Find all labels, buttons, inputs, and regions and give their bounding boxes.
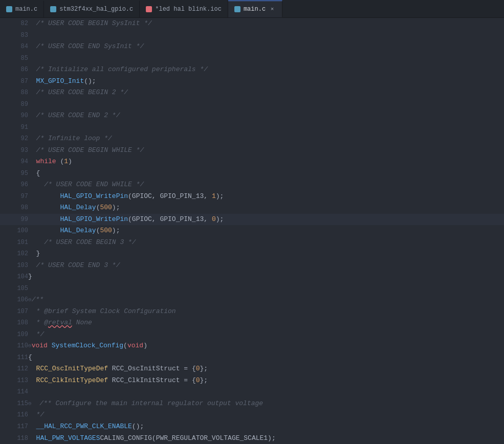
table-row: 111 { — [0, 352, 504, 364]
table-row: 95 { — [0, 168, 504, 180]
code-line: RCC_ClkInitTypeDef RCC_ClkInitStruct = {… — [28, 375, 504, 387]
tab-ioc[interactable]: *led hal blink.ioc — [140, 1, 228, 17]
editor-body: 82 /* USER CODE BEGIN SysInit */ 83 84 /… — [0, 18, 504, 444]
table-row: 106 ⊖/** — [0, 294, 504, 306]
code-line: HAL_GPIO_WritePin(GPIOC, GPIO_PIN_13, 0)… — [28, 214, 504, 226]
table-row: 85 — [0, 53, 504, 64]
code-line: /* Infinite loop */ — [28, 133, 504, 145]
code-line: * @brief System Clock Configuration — [28, 306, 504, 318]
line-number: 86 — [0, 64, 28, 76]
table-row: 90 /* USER CODE END 2 */ — [0, 110, 504, 122]
line-number: 101 — [0, 237, 28, 249]
line-number: 82 — [0, 18, 28, 30]
code-line: } — [28, 271, 504, 283]
tab-icon-c-2 — [234, 6, 240, 12]
code-line: */ — [28, 329, 504, 341]
table-row: 109 */ — [0, 329, 504, 341]
tab-icon-ioc — [146, 6, 152, 12]
line-number: 98 — [0, 202, 28, 214]
table-row: 97 HAL_GPIO_WritePin(GPIOC, GPIO_PIN_13,… — [0, 191, 504, 203]
line-number: 91 — [0, 122, 28, 134]
table-row: 107 * @brief System Clock Configuration — [0, 306, 504, 318]
table-row: 86 /* Initialize all configured peripher… — [0, 64, 504, 76]
line-number: 104 — [0, 271, 28, 283]
table-row: 91 — [0, 122, 504, 134]
code-line — [28, 122, 504, 134]
code-line: { — [28, 352, 504, 364]
line-number: 112 — [0, 363, 28, 375]
line-number: 83 — [0, 30, 28, 41]
line-number: 84 — [0, 41, 28, 53]
line-number: 96 — [0, 179, 28, 191]
code-line: /* USER CODE END WHILE */ — [28, 179, 504, 191]
line-number: 88 — [0, 87, 28, 99]
code-line: { — [28, 168, 504, 180]
table-row: 93 /* USER CODE BEGIN WHILE */ — [0, 145, 504, 157]
code-line: /* USER CODE BEGIN SysInit */ — [28, 18, 504, 30]
line-number: 99 — [0, 214, 28, 226]
tab-bar: main.c stm32f4xx_hal_gpio.c *led hal bli… — [0, 0, 504, 18]
code-line: ⊖ /** Configure the main internal regula… — [28, 398, 504, 410]
code-line: HAL_Delay(500); — [28, 202, 504, 214]
table-row: 83 — [0, 30, 504, 41]
line-number: 94 — [0, 156, 28, 168]
tab-stm32[interactable]: stm32f4xx_hal_gpio.c — [44, 1, 140, 17]
line-number: 105 — [0, 283, 28, 295]
table-row: 84 /* USER CODE END SysInit */ — [0, 41, 504, 53]
code-table: 82 /* USER CODE BEGIN SysInit */ 83 84 /… — [0, 18, 504, 444]
tab-icon-stm — [50, 6, 56, 12]
table-row: 92 /* Infinite loop */ — [0, 133, 504, 145]
code-line — [28, 386, 504, 398]
line-number: 90 — [0, 110, 28, 122]
code-line: /* USER CODE END 2 */ — [28, 110, 504, 122]
code-line: /* USER CODE END 3 */ — [28, 260, 504, 272]
table-row: 96 /* USER CODE END WHILE */ — [0, 179, 504, 191]
table-row: 116 */ — [0, 409, 504, 421]
code-line: /* USER CODE END SysInit */ — [28, 41, 504, 53]
line-number: 89 — [0, 99, 28, 110]
code-line: HAL_Delay(500); — [28, 225, 504, 237]
code-line: */ — [28, 409, 504, 421]
table-row: 118 HAL_PWR_VOLTAGESCALING_CONFIG(PWR_RE… — [0, 432, 504, 444]
code-line: /* USER CODE BEGIN 2 */ — [28, 87, 504, 99]
table-row: 89 — [0, 99, 504, 110]
code-line — [28, 99, 504, 110]
code-line: ⊖/** — [28, 294, 504, 306]
code-line: __HAL_RCC_PWR_CLK_ENABLE(); — [28, 421, 504, 433]
code-line: } — [28, 248, 504, 260]
table-row: 100 HAL_Delay(500); — [0, 225, 504, 237]
code-line: MX_GPIO_Init(); — [28, 76, 504, 87]
table-row: 82 /* USER CODE BEGIN SysInit */ — [0, 18, 504, 30]
code-line — [28, 283, 504, 295]
line-number: 106 — [0, 294, 28, 306]
line-number: 113 — [0, 375, 28, 387]
code-line: RCC_OscInitTypeDef RCC_OscInitStruct = {… — [28, 363, 504, 375]
tab-main-c-1[interactable]: main.c — [0, 1, 44, 17]
line-number: 93 — [0, 145, 28, 157]
tab-main-c-2[interactable]: main.c × — [228, 1, 282, 17]
tab-label-2: stm32f4xx_hal_gpio.c — [59, 6, 133, 13]
code-line — [28, 53, 504, 64]
code-line: ⊖void SystemClock_Config(void) — [28, 340, 504, 352]
line-number: 111 — [0, 352, 28, 364]
line-number: 108 — [0, 317, 28, 329]
table-row: 99 HAL_GPIO_WritePin(GPIOC, GPIO_PIN_13,… — [0, 214, 504, 226]
line-number: 97 — [0, 191, 28, 203]
table-row: 101 /* USER CODE BEGIN 3 */ — [0, 237, 504, 249]
table-row: 88 /* USER CODE BEGIN 2 */ — [0, 87, 504, 99]
table-row: 113 RCC_ClkInitTypeDef RCC_ClkInitStruct… — [0, 375, 504, 387]
line-number: 102 — [0, 248, 28, 260]
line-number: 117 — [0, 421, 28, 433]
tab-icon-c — [6, 6, 12, 12]
code-line: HAL_GPIO_WritePin(GPIOC, GPIO_PIN_13, 1)… — [28, 191, 504, 203]
line-number: 115 — [0, 398, 28, 410]
table-row: 117 __HAL_RCC_PWR_CLK_ENABLE(); — [0, 421, 504, 433]
table-row: 112 RCC_OscInitTypeDef RCC_OscInitStruct… — [0, 363, 504, 375]
table-row: 102 } — [0, 248, 504, 260]
table-row: 104 } — [0, 271, 504, 283]
code-line: /* USER CODE BEGIN 3 */ — [28, 237, 504, 249]
line-number: 114 — [0, 386, 28, 398]
line-number: 92 — [0, 133, 28, 145]
table-row: 114 — [0, 386, 504, 398]
close-tab-button[interactable]: × — [269, 6, 276, 13]
